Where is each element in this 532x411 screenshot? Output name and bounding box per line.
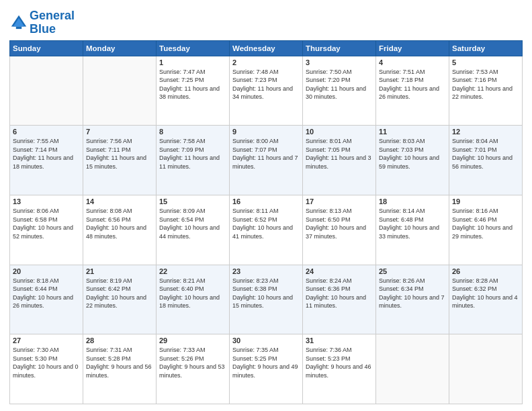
calendar-cell	[83, 56, 157, 126]
calendar-cell: 6Sunrise: 7:55 AM Sunset: 7:14 PM Daylig…	[10, 126, 83, 195]
calendar-cell: 4Sunrise: 7:51 AM Sunset: 7:18 PM Daylig…	[376, 56, 449, 126]
day-info: Sunrise: 8:00 AM Sunset: 7:07 PM Dayligh…	[232, 137, 300, 171]
day-number: 21	[86, 267, 153, 275]
calendar-cell: 21Sunrise: 8:19 AM Sunset: 6:42 PM Dayli…	[83, 265, 157, 334]
day-number: 14	[86, 197, 153, 205]
day-number: 26	[452, 267, 519, 275]
day-number: 4	[379, 58, 446, 66]
day-info: Sunrise: 8:19 AM Sunset: 6:42 PM Dayligh…	[86, 277, 153, 310]
day-number: 28	[86, 336, 153, 345]
day-number: 22	[159, 267, 226, 275]
day-info: Sunrise: 8:23 AM Sunset: 6:38 PM Dayligh…	[232, 277, 300, 310]
day-info: Sunrise: 8:11 AM Sunset: 6:52 PM Dayligh…	[232, 207, 300, 240]
calendar-cell: 10Sunrise: 8:01 AM Sunset: 7:05 PM Dayli…	[303, 126, 376, 195]
calendar-cell	[10, 56, 83, 126]
calendar-cell: 24Sunrise: 8:24 AM Sunset: 6:36 PM Dayli…	[303, 265, 376, 334]
calendar-cell: 9Sunrise: 8:00 AM Sunset: 7:07 PM Daylig…	[230, 126, 303, 195]
day-info: Sunrise: 7:55 AM Sunset: 7:14 PM Dayligh…	[13, 137, 80, 171]
day-number: 20	[13, 267, 80, 275]
calendar-cell: 15Sunrise: 8:09 AM Sunset: 6:54 PM Dayli…	[157, 195, 230, 265]
day-info: Sunrise: 8:04 AM Sunset: 7:01 PM Dayligh…	[452, 137, 519, 171]
calendar-cell: 23Sunrise: 8:23 AM Sunset: 6:38 PM Dayli…	[230, 265, 303, 334]
calendar-cell: 1Sunrise: 7:47 AM Sunset: 7:25 PM Daylig…	[157, 56, 230, 126]
day-header-friday: Friday	[376, 40, 449, 56]
calendar-cell: 18Sunrise: 8:14 AM Sunset: 6:48 PM Dayli…	[376, 195, 449, 265]
day-number: 5	[452, 58, 519, 66]
day-info: Sunrise: 8:24 AM Sunset: 6:36 PM Dayligh…	[306, 277, 373, 310]
day-info: Sunrise: 8:08 AM Sunset: 6:56 PM Dayligh…	[86, 207, 153, 240]
calendar-cell: 22Sunrise: 8:21 AM Sunset: 6:40 PM Dayli…	[157, 265, 230, 334]
calendar-week-5: 27Sunrise: 7:30 AM Sunset: 5:30 PM Dayli…	[10, 334, 523, 404]
logo-text: General Blue	[30, 9, 75, 36]
calendar-cell: 7Sunrise: 7:56 AM Sunset: 7:11 PM Daylig…	[83, 126, 157, 195]
day-info: Sunrise: 8:03 AM Sunset: 7:03 PM Dayligh…	[379, 137, 446, 171]
day-info: Sunrise: 8:18 AM Sunset: 6:44 PM Dayligh…	[13, 277, 80, 310]
day-info: Sunrise: 8:26 AM Sunset: 6:34 PM Dayligh…	[379, 277, 446, 310]
calendar-cell: 26Sunrise: 8:28 AM Sunset: 6:32 PM Dayli…	[449, 265, 523, 334]
calendar-cell: 12Sunrise: 8:04 AM Sunset: 7:01 PM Dayli…	[449, 126, 523, 195]
calendar-cell: 27Sunrise: 7:30 AM Sunset: 5:30 PM Dayli…	[10, 334, 83, 404]
day-number: 7	[86, 128, 153, 136]
day-info: Sunrise: 7:53 AM Sunset: 7:16 PM Dayligh…	[452, 68, 519, 101]
day-info: Sunrise: 7:35 AM Sunset: 5:25 PM Dayligh…	[232, 346, 300, 379]
day-number: 19	[452, 197, 519, 205]
calendar-cell: 16Sunrise: 8:11 AM Sunset: 6:52 PM Dayli…	[230, 195, 303, 265]
day-info: Sunrise: 8:21 AM Sunset: 6:40 PM Dayligh…	[159, 277, 226, 310]
day-header-tuesday: Tuesday	[157, 40, 230, 56]
day-number: 12	[452, 128, 519, 136]
calendar-cell: 30Sunrise: 7:35 AM Sunset: 5:25 PM Dayli…	[230, 334, 303, 404]
day-number: 29	[159, 336, 226, 345]
day-number: 6	[13, 128, 80, 136]
day-number: 1	[159, 58, 226, 66]
calendar-cell: 3Sunrise: 7:50 AM Sunset: 7:20 PM Daylig…	[303, 56, 376, 126]
calendar-cell: 13Sunrise: 8:06 AM Sunset: 6:58 PM Dayli…	[10, 195, 83, 265]
header: General Blue	[9, 7, 523, 36]
calendar-cell: 31Sunrise: 7:36 AM Sunset: 5:23 PM Dayli…	[303, 334, 376, 404]
logo: General Blue	[9, 9, 75, 36]
day-info: Sunrise: 7:36 AM Sunset: 5:23 PM Dayligh…	[306, 346, 373, 379]
day-number: 16	[232, 197, 300, 205]
day-info: Sunrise: 8:14 AM Sunset: 6:48 PM Dayligh…	[379, 207, 446, 240]
calendar-week-4: 20Sunrise: 8:18 AM Sunset: 6:44 PM Dayli…	[10, 265, 523, 334]
calendar-cell	[449, 334, 523, 404]
calendar-header-row: SundayMondayTuesdayWednesdayThursdayFrid…	[10, 40, 523, 56]
calendar-table: SundayMondayTuesdayWednesdayThursdayFrid…	[9, 40, 523, 404]
calendar-week-3: 13Sunrise: 8:06 AM Sunset: 6:58 PM Dayli…	[10, 195, 523, 265]
day-number: 23	[232, 267, 300, 275]
day-header-saturday: Saturday	[449, 40, 523, 56]
day-number: 24	[306, 267, 373, 275]
day-info: Sunrise: 7:56 AM Sunset: 7:11 PM Dayligh…	[86, 137, 153, 171]
calendar-cell	[376, 334, 449, 404]
day-number: 30	[232, 336, 300, 345]
day-info: Sunrise: 7:50 AM Sunset: 7:20 PM Dayligh…	[306, 68, 373, 101]
day-header-wednesday: Wednesday	[230, 40, 303, 56]
day-info: Sunrise: 7:48 AM Sunset: 7:23 PM Dayligh…	[232, 68, 300, 101]
day-number: 10	[306, 128, 373, 136]
day-info: Sunrise: 7:33 AM Sunset: 5:26 PM Dayligh…	[159, 346, 226, 379]
day-header-sunday: Sunday	[10, 40, 83, 56]
day-number: 15	[159, 197, 226, 205]
calendar-cell: 29Sunrise: 7:33 AM Sunset: 5:26 PM Dayli…	[157, 334, 230, 404]
calendar-cell: 25Sunrise: 8:26 AM Sunset: 6:34 PM Dayli…	[376, 265, 449, 334]
day-info: Sunrise: 8:09 AM Sunset: 6:54 PM Dayligh…	[159, 207, 226, 240]
day-info: Sunrise: 7:30 AM Sunset: 5:30 PM Dayligh…	[13, 346, 80, 379]
day-info: Sunrise: 8:01 AM Sunset: 7:05 PM Dayligh…	[306, 137, 373, 171]
day-number: 31	[306, 336, 373, 345]
day-header-thursday: Thursday	[303, 40, 376, 56]
logo-icon	[9, 13, 28, 32]
page: General Blue SundayMondayTuesdayWednesda…	[0, 0, 532, 411]
day-number: 27	[13, 336, 80, 345]
day-number: 3	[306, 58, 373, 66]
day-number: 11	[379, 128, 446, 136]
day-number: 9	[232, 128, 300, 136]
day-info: Sunrise: 8:13 AM Sunset: 6:50 PM Dayligh…	[306, 207, 373, 240]
day-number: 13	[13, 197, 80, 205]
day-info: Sunrise: 7:51 AM Sunset: 7:18 PM Dayligh…	[379, 68, 446, 101]
day-header-monday: Monday	[83, 40, 157, 56]
day-info: Sunrise: 8:28 AM Sunset: 6:32 PM Dayligh…	[452, 277, 519, 310]
calendar-cell: 28Sunrise: 7:31 AM Sunset: 5:28 PM Dayli…	[83, 334, 157, 404]
day-number: 8	[159, 128, 226, 136]
day-info: Sunrise: 7:47 AM Sunset: 7:25 PM Dayligh…	[159, 68, 226, 101]
day-number: 17	[306, 197, 373, 205]
day-info: Sunrise: 7:58 AM Sunset: 7:09 PM Dayligh…	[159, 137, 226, 171]
